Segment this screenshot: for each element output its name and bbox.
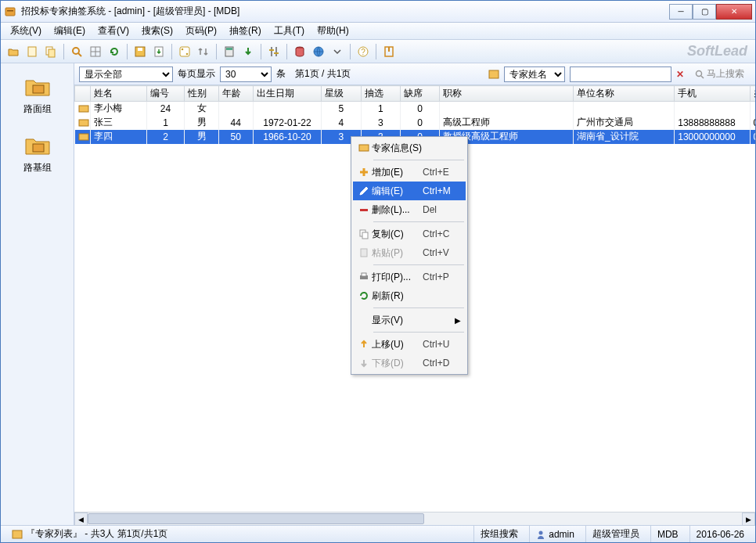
maximize-button[interactable]: ▢: [693, 4, 716, 20]
scroll-thumb[interactable]: [88, 513, 424, 524]
cm-move-up[interactable]: 上移(U) Ctrl+U: [353, 335, 466, 354]
folder-open-icon[interactable]: [5, 44, 21, 59]
settings-icon[interactable]: [266, 44, 282, 59]
svg-rect-38: [360, 209, 368, 211]
exit-icon[interactable]: [381, 44, 397, 59]
app-window: 招投标专家抽签系统 - [admin] - [超级管理员] - [MDB] ─ …: [0, 0, 756, 543]
minus-icon: [356, 204, 372, 215]
show-filter-combo[interactable]: 显示全部: [79, 67, 173, 82]
arrow-down-icon[interactable]: [240, 44, 256, 59]
clear-icon[interactable]: ✕: [676, 69, 684, 80]
grid-header-age[interactable]: 年龄: [218, 86, 253, 102]
window-title: 招投标专家抽签系统 - [admin] - [超级管理员] - [MDB]: [21, 5, 669, 18]
svg-point-15: [186, 52, 189, 55]
copy-icon: [356, 228, 372, 239]
status-group-search[interactable]: 按组搜索: [473, 526, 524, 542]
menu-search[interactable]: 搜索(S): [137, 23, 178, 39]
page-info: 第1页 / 共1页: [290, 67, 355, 81]
svg-rect-2: [28, 47, 36, 56]
cell-tel: 020-55555555: [750, 130, 755, 144]
table-row[interactable]: 张三1男441972-01-22430高级工程师广州市交通局1388888888…: [75, 116, 756, 130]
cm-add[interactable]: 增加(E) Ctrl+E: [353, 163, 466, 182]
cell-sex: 男: [185, 130, 219, 144]
search-field-combo[interactable]: 专家姓名: [504, 67, 565, 82]
status-role: 超级管理员: [585, 526, 646, 542]
cm-edit[interactable]: 编辑(E) Ctrl+M: [353, 182, 466, 200]
cm-copy[interactable]: 复制(C) Ctrl+C: [353, 225, 466, 243]
scroll-right-icon[interactable]: ▶: [742, 512, 755, 526]
help-icon[interactable]: ?: [355, 44, 371, 59]
paste-icon: [356, 247, 372, 258]
grid-icon[interactable]: [88, 44, 103, 59]
cell-no: 24: [146, 102, 184, 116]
toolbar-separator: [127, 44, 128, 59]
menu-system[interactable]: 系统(V): [5, 23, 46, 39]
grid-header-icon[interactable]: [75, 86, 91, 102]
new-doc-icon[interactable]: [24, 44, 40, 59]
menu-tools[interactable]: 工具(T): [269, 23, 309, 39]
submenu-arrow-icon: ▶: [455, 316, 461, 325]
menu-help[interactable]: 帮助(H): [312, 23, 354, 39]
sort-icon[interactable]: [196, 44, 211, 59]
refresh-icon[interactable]: [106, 44, 122, 59]
close-button[interactable]: ✕: [716, 4, 752, 20]
svg-rect-17: [226, 48, 232, 50]
cm-separator: [373, 264, 464, 265]
dropdown-icon[interactable]: [329, 44, 345, 59]
cm-print[interactable]: 打印(P)... Ctrl+P: [353, 268, 466, 286]
sidebar-item-lumian[interactable]: 路面组: [10, 70, 65, 119]
export-icon[interactable]: [151, 44, 167, 59]
svg-rect-32: [79, 106, 88, 112]
horizontal-scrollbar[interactable]: ◀ ▶: [74, 512, 755, 525]
menu-view[interactable]: 查看(V): [93, 23, 134, 39]
svg-rect-1: [7, 10, 13, 12]
grid-header-chou[interactable]: 抽选: [361, 86, 400, 102]
status-date: 2016-06-26: [689, 526, 751, 542]
cm-move-down: 下移(D) Ctrl+D: [353, 354, 466, 372]
svg-rect-27: [33, 85, 44, 93]
cm-refresh[interactable]: 刷新(R): [353, 286, 466, 305]
cell-age: 50: [218, 130, 253, 144]
grid-header-name[interactable]: 姓名: [90, 86, 146, 102]
grid-header-title[interactable]: 职称: [440, 86, 574, 102]
svg-rect-13: [180, 47, 189, 56]
folder-icon: [22, 73, 53, 99]
cell-birth: [253, 102, 322, 116]
grid-header-sex[interactable]: 性别: [185, 86, 219, 102]
calc-icon[interactable]: [221, 44, 237, 59]
context-menu: 专家信息(S) 增加(E) Ctrl+E 编辑(E) Ctrl+M 删除(L).…: [351, 136, 468, 375]
svg-point-30: [697, 70, 702, 76]
copy-icon[interactable]: [43, 44, 59, 59]
grid-header-star[interactable]: 星级: [322, 86, 361, 102]
search-now-button[interactable]: 马上搜索: [689, 66, 751, 82]
grid-header-tel[interactable]: 办公电话: [750, 86, 755, 102]
menu-page[interactable]: 页码(P): [181, 23, 221, 39]
search-icon[interactable]: [69, 44, 85, 59]
minimize-button[interactable]: ─: [669, 4, 693, 20]
per-page-combo[interactable]: 30: [220, 67, 272, 82]
save-icon[interactable]: [132, 44, 148, 59]
search-input[interactable]: [570, 67, 671, 82]
globe-icon[interactable]: [311, 44, 326, 59]
plus-icon: [356, 167, 372, 178]
cm-expert-info[interactable]: 专家信息(S): [353, 138, 466, 157]
cm-display[interactable]: 显示(V) ▶: [353, 311, 466, 329]
grid-header-phone[interactable]: 手机: [675, 86, 750, 102]
cell-star: 4: [322, 116, 361, 130]
svg-rect-33: [79, 120, 88, 126]
menu-edit[interactable]: 编辑(E): [49, 23, 90, 39]
brand-text: SoftLead: [687, 43, 747, 59]
sidebar-item-luji[interactable]: 路基组: [10, 128, 65, 178]
menu-draw[interactable]: 抽签(R): [225, 23, 266, 39]
toolbar-separator: [350, 44, 351, 59]
database-icon[interactable]: [292, 44, 308, 59]
scroll-left-icon[interactable]: ◀: [74, 512, 88, 526]
grid-header-unit[interactable]: 单位名称: [574, 86, 675, 102]
status-db: MDB: [650, 526, 685, 542]
grid-header-no[interactable]: 编号: [146, 86, 184, 102]
grid-header-que[interactable]: 缺席: [400, 86, 439, 102]
dice-icon[interactable]: [177, 44, 193, 59]
cm-delete[interactable]: 删除(L)... Del: [353, 200, 466, 219]
grid-header-birth[interactable]: 出生日期: [253, 86, 322, 102]
table-row[interactable]: 李小梅24女510: [75, 102, 756, 116]
